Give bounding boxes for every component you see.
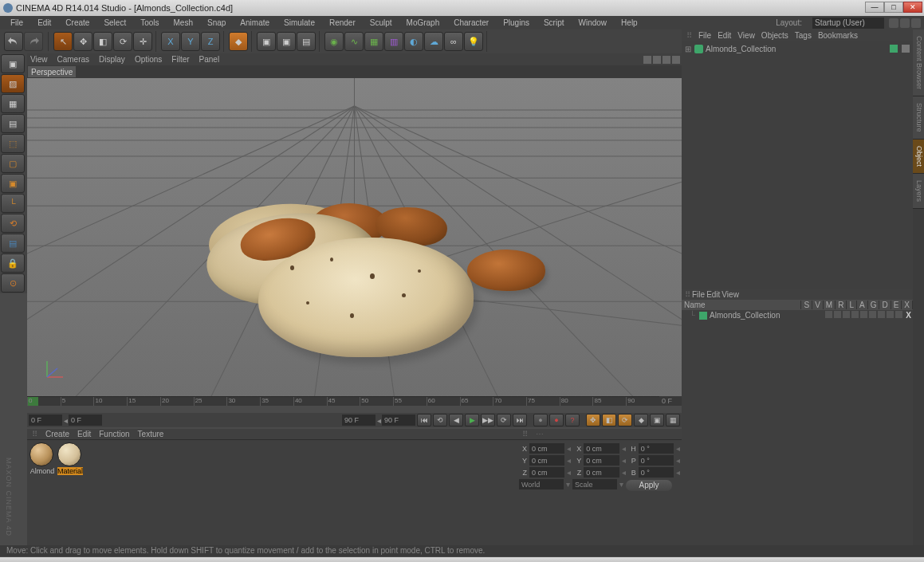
coord-space-select[interactable]: World — [519, 479, 564, 489]
pb-start-field[interactable]: 0 F — [29, 415, 62, 426]
pos-key-button[interactable]: ✥ — [586, 414, 600, 426]
coord-x-size[interactable]: 0 cm — [584, 443, 619, 454]
spline-button[interactable]: ∿ — [344, 32, 364, 51]
vp-menu-panel[interactable]: Panel — [199, 55, 220, 64]
menu-mograph[interactable]: MoGraph — [399, 17, 447, 29]
live-select-button[interactable]: ↖ — [53, 32, 73, 51]
menu-select[interactable]: Select — [96, 17, 133, 29]
render-tag[interactable] — [902, 45, 910, 53]
coord-x-pos[interactable]: 0 cm — [529, 443, 564, 454]
coord-mode-select[interactable]: Scale — [572, 479, 617, 489]
primitive-button[interactable]: ◉ — [324, 32, 344, 51]
vp-menu-options[interactable]: Options — [135, 55, 162, 64]
scale-button[interactable]: ◧ — [93, 32, 112, 51]
om-menu-objects[interactable]: Objects — [761, 31, 788, 40]
layer-flag[interactable] — [834, 311, 841, 318]
coord-y-size[interactable]: 0 cm — [584, 455, 619, 466]
vp-nav3-icon[interactable] — [663, 56, 670, 64]
prev-key-button[interactable]: ⟲ — [433, 414, 447, 426]
pb-end-b-field[interactable]: 90 F — [382, 415, 415, 426]
layer-flag[interactable] — [895, 311, 902, 318]
deformer-button[interactable]: ◐ — [404, 32, 423, 51]
menu-window[interactable]: Window — [572, 17, 615, 29]
keyframe-sel-button[interactable]: ? — [565, 414, 580, 426]
coord-system-button[interactable]: ◆ — [229, 32, 248, 51]
object-name[interactable]: Almonds_Collection — [706, 45, 776, 53]
edges-mode-button[interactable]: ▢ — [1, 154, 25, 173]
tab-layers[interactable]: Layers — [913, 174, 924, 209]
points-mode-button[interactable]: ⬚ — [1, 134, 25, 153]
menu-sculpt[interactable]: Sculpt — [363, 17, 399, 29]
polygons-mode-button[interactable]: ▣ — [1, 174, 25, 193]
rot-key-button[interactable]: ⟳ — [618, 414, 632, 426]
rotate-button[interactable]: ⟳ — [113, 32, 132, 51]
layer-flag[interactable] — [851, 311, 859, 318]
vp-nav1-icon[interactable] — [643, 56, 651, 64]
redo-button[interactable] — [24, 32, 43, 51]
mat-menu-texture[interactable]: Texture — [138, 430, 164, 438]
visibility-tag[interactable] — [890, 45, 898, 53]
vp-menu-filter[interactable]: Filter — [171, 55, 189, 64]
array-button[interactable]: ▥ — [384, 32, 403, 51]
opts-button[interactable]: ▦ — [666, 414, 680, 426]
menu-animate[interactable]: Animate — [233, 17, 277, 29]
layout-select[interactable]: Startup (User) — [812, 18, 884, 29]
play-button[interactable]: ▶ — [465, 414, 479, 426]
pb-end-a-field[interactable]: 90 F — [342, 415, 375, 426]
menu-create[interactable]: Create — [58, 17, 96, 29]
goto-start-button[interactable]: ⏮ — [417, 414, 431, 426]
layer-flag[interactable] — [843, 311, 850, 318]
om-menu-view[interactable]: View — [737, 31, 755, 40]
tab-object[interactable]: Object — [913, 140, 924, 174]
minimize-button[interactable]: — — [865, 2, 884, 13]
layer-flag[interactable] — [878, 311, 885, 318]
mat-menu-create[interactable]: Create — [45, 430, 69, 438]
vp-nav2-icon[interactable] — [653, 56, 661, 64]
menu-file[interactable]: File — [3, 17, 30, 29]
menu-tools[interactable]: Tools — [133, 17, 166, 29]
mat-menu-edit[interactable]: Edit — [77, 430, 91, 438]
prev-frame-button[interactable]: ◀ — [449, 414, 463, 426]
menu-plugins[interactable]: Plugins — [496, 17, 537, 29]
om-menu-tags[interactable]: Tags — [795, 31, 812, 40]
pb-current-field[interactable]: 0 F — [69, 415, 102, 426]
record-button[interactable]: ● — [533, 414, 548, 426]
render-view-button[interactable]: ▣ — [257, 32, 276, 51]
undo-button[interactable] — [4, 32, 23, 51]
search-icon[interactable] — [889, 18, 898, 28]
home-icon[interactable] — [900, 18, 910, 28]
render-settings-button[interactable]: ▤ — [297, 32, 316, 51]
coord-p-rot[interactable]: 0 ° — [639, 455, 674, 466]
z-axis-button[interactable]: Z — [201, 32, 220, 51]
pla-key-button[interactable]: ▣ — [650, 414, 664, 426]
menu-character[interactable]: Character — [446, 17, 496, 29]
expand-icon[interactable]: ⊞ — [685, 45, 692, 53]
mat-menu-function[interactable]: Function — [99, 430, 129, 438]
om-menu-edit[interactable]: Edit — [718, 31, 731, 40]
vp-nav4-icon[interactable] — [672, 56, 680, 64]
vp-menu-cameras[interactable]: Cameras — [57, 55, 90, 64]
next-key-button[interactable]: ⟳ — [497, 414, 511, 426]
layer-flag[interactable] — [860, 311, 867, 318]
close-button[interactable]: ✕ — [903, 2, 922, 13]
y-axis-button[interactable]: Y — [181, 32, 200, 51]
autokey-button[interactable]: ● — [549, 414, 564, 426]
camera-button[interactable]: ∞ — [444, 32, 463, 51]
render-pv-button[interactable]: ▣ — [277, 32, 296, 51]
coord-h-rot[interactable]: 0 ° — [639, 443, 674, 454]
nurbs-button[interactable]: ▦ — [364, 32, 383, 51]
menu-simulate[interactable]: Simulate — [277, 17, 322, 29]
workplane-button[interactable]: ▤ — [1, 114, 25, 133]
am-menu-file[interactable]: File — [692, 290, 705, 299]
am-menu-view[interactable]: View — [722, 290, 739, 299]
move-button[interactable]: ✥ — [73, 32, 92, 51]
menu-script[interactable]: Script — [537, 17, 572, 29]
om-menu-bookmarks[interactable]: Bookmarks — [818, 31, 858, 40]
lock-button[interactable]: 🔒 — [1, 253, 25, 273]
attr-row[interactable]: └ Almonds_Collection X — [682, 310, 913, 320]
last-tool-button[interactable]: ✛ — [133, 32, 152, 51]
environment-button[interactable]: ☁ — [424, 32, 443, 51]
coord-z-size[interactable]: 0 cm — [584, 467, 619, 478]
layer-flag[interactable] — [887, 311, 894, 318]
model-mode-button[interactable]: ▨ — [1, 74, 25, 93]
